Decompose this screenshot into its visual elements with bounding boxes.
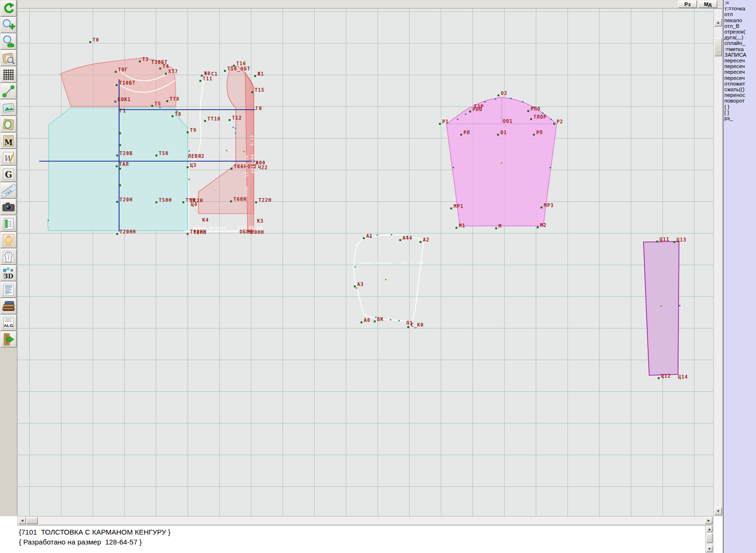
- camera-icon[interactable]: [0, 199, 17, 215]
- text-scroll-down-icon[interactable]: ▼: [706, 546, 713, 552]
- point-label: Т50Н: [159, 198, 172, 203]
- command-line-5[interactable]: отрезок(: [723, 29, 756, 35]
- point-label: ВК: [377, 317, 384, 322]
- point-label: Ц3: [190, 163, 197, 168]
- pattern-piece-icon[interactable]: [0, 116, 17, 132]
- point-marker: [254, 75, 256, 77]
- alg-document-icon[interactable]: ALG: [0, 315, 17, 331]
- portrait-icon[interactable]: [0, 232, 17, 248]
- teal-curve-dot: [354, 266, 356, 268]
- command-line-14[interactable]: отложит: [723, 81, 756, 86]
- drawing-canvas[interactable]: Т0Т3Т30БТТ4Т0ГХТ7Т10БТКОК1ТТ8Т5Г1Т8Т16Т1…: [17, 9, 713, 516]
- command-line-15[interactable]: сжать((): [723, 86, 756, 92]
- command-line-0[interactable]: :=: [723, 0, 756, 6]
- garment-sketch-icon[interactable]: [0, 249, 17, 265]
- command-line-6[interactable]: дуга(,,,): [723, 35, 756, 40]
- command-line-7[interactable]: сплайн_: [723, 40, 756, 46]
- command-line-16[interactable]: перенос: [723, 92, 756, 98]
- undo-icon[interactable]: [0, 0, 17, 17]
- command-line-13[interactable]: пересеч: [723, 75, 756, 81]
- point-label: Т22Н: [258, 198, 272, 203]
- scroll-up-icon[interactable]: ▲: [714, 18, 722, 26]
- command-line-18[interactable]: { }: [723, 104, 756, 110]
- point-label: Т0Г: [118, 67, 128, 72]
- blue-curve-dot: [465, 113, 466, 115]
- point-label: Т20В: [120, 151, 133, 156]
- point-marker: [139, 60, 141, 62]
- svg-text:M: M: [4, 138, 13, 147]
- svg-text:ALG: ALG: [4, 323, 13, 328]
- point-marker: [541, 207, 542, 208]
- command-line-19[interactable]: [ ]: [723, 110, 756, 115]
- point-label: О1: [500, 130, 507, 135]
- command-line-3[interactable]: пекало: [723, 17, 756, 23]
- point-label: Т16: [236, 61, 246, 66]
- point-label: Т2НН: [193, 230, 206, 235]
- grid-icon[interactable]: [0, 67, 17, 83]
- command-line-8[interactable]: :=метка: [723, 46, 756, 52]
- vscroll-thumb[interactable]: [714, 38, 722, 56]
- svg-text:G: G: [5, 170, 12, 180]
- text-scroll-up-icon[interactable]: ▲: [706, 526, 713, 532]
- blue-curve-dot: [550, 167, 551, 168]
- exit-door-icon[interactable]: [0, 331, 17, 347]
- point-label: Т20НН: [120, 229, 136, 234]
- books-icon[interactable]: [0, 298, 17, 314]
- compass-w-icon[interactable]: W: [0, 149, 17, 165]
- point-label: Т9: [190, 128, 197, 133]
- canvas-vscrollbar[interactable]: ▲ ▼: [713, 9, 722, 516]
- view-piece-icon[interactable]: [0, 50, 17, 66]
- teal-curve-dot: [232, 127, 234, 128]
- point-label: Т0: [93, 37, 99, 43]
- zoom-out-icon[interactable]: [0, 34, 17, 50]
- scroll-down-icon[interactable]: ▼: [714, 507, 722, 515]
- md-button[interactable]: Мд: [698, 0, 717, 8]
- point-marker: [116, 155, 118, 156]
- point-label: ТТ10: [207, 116, 221, 121]
- point-label: Т60Н: [233, 197, 247, 202]
- pattern-m-icon[interactable]: M: [0, 133, 17, 149]
- picture-icon[interactable]: [0, 100, 17, 116]
- rz-button[interactable]: Рз: [678, 0, 697, 8]
- command-line-9[interactable]: ЗАПИСА: [723, 52, 756, 58]
- point-marker: [407, 326, 409, 328]
- command-line-10[interactable]: пересеч: [723, 58, 756, 63]
- command-line-20[interactable]: рз_: [723, 115, 756, 121]
- scroll-left-icon[interactable]: ◄: [18, 517, 26, 524]
- command-line-2[interactable]: отл: [723, 11, 756, 17]
- point-marker: [658, 377, 660, 379]
- textarea-vscrollbar[interactable]: ▲ ▼: [705, 525, 713, 553]
- g-letter-icon[interactable]: G: [0, 166, 17, 182]
- point-label: РП: [536, 130, 543, 135]
- command-line-17[interactable]: поворот: [723, 98, 756, 104]
- measure-line-icon[interactable]: [0, 83, 17, 99]
- point-marker: [172, 115, 173, 117]
- document-list-icon[interactable]: [0, 282, 17, 298]
- blue-curve-dot: [510, 98, 512, 99]
- zoom-in-icon[interactable]: [0, 17, 17, 33]
- point-marker: [673, 241, 675, 243]
- teal-curve-dot: [189, 179, 190, 180]
- hscroll-thumb[interactable]: [26, 517, 38, 524]
- command-line-12[interactable]: пересеч: [723, 69, 756, 75]
- scroll-right-icon[interactable]: ►: [705, 517, 713, 524]
- program-line-1: {7101 ТОЛСТОВКА С КАРМАНОМ КЕНГУРУ }: [19, 527, 705, 537]
- blue-curve-dot: [550, 119, 552, 120]
- point-marker: [151, 105, 153, 107]
- threed-icon[interactable]: 3D: [0, 265, 17, 281]
- teal-curve-dot: [159, 107, 161, 108]
- point-marker: [530, 118, 532, 120]
- point-label: М2: [540, 223, 547, 228]
- olive-curve-dot: [385, 279, 387, 280]
- command-line-4[interactable]: отл_В: [723, 23, 756, 29]
- text-vscroll-thumb[interactable]: [706, 534, 713, 543]
- point-marker: [455, 227, 457, 229]
- command-line-1[interactable]: т:=точка: [723, 6, 756, 11]
- command-line-11[interactable]: пересеч: [723, 63, 756, 69]
- point-label: А3: [357, 282, 364, 287]
- point-marker: [230, 200, 232, 202]
- spreadsheet-icon[interactable]: [0, 216, 17, 232]
- program-text-area[interactable]: {7101 ТОЛСТОВКА С КАРМАНОМ КЕНГУРУ } { Р…: [17, 525, 705, 553]
- canvas-hscrollbar[interactable]: ◄ ►: [17, 516, 713, 525]
- ruler-icon[interactable]: 7 8 9: [0, 182, 17, 199]
